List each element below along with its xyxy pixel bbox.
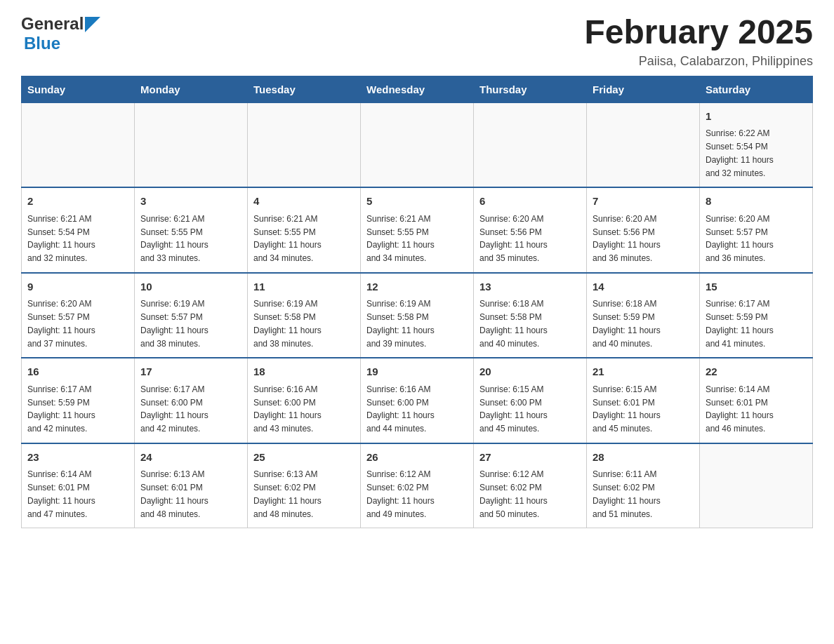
day-info: Sunrise: 6:19 AM Sunset: 5:57 PM Dayligh… (140, 299, 208, 348)
day-header-wednesday: Wednesday (361, 76, 474, 102)
day-header-saturday: Saturday (700, 76, 813, 102)
calendar-cell: 17Sunrise: 6:17 AM Sunset: 6:00 PM Dayli… (135, 358, 248, 443)
day-info: Sunrise: 6:11 AM Sunset: 6:02 PM Dayligh… (593, 469, 661, 518)
day-number: 16 (27, 364, 128, 380)
day-info: Sunrise: 6:20 AM Sunset: 5:57 PM Dayligh… (706, 214, 774, 263)
day-number: 28 (593, 450, 694, 466)
calendar-cell: 18Sunrise: 6:16 AM Sunset: 6:00 PM Dayli… (248, 358, 361, 443)
day-info: Sunrise: 6:16 AM Sunset: 6:00 PM Dayligh… (366, 384, 435, 434)
day-info: Sunrise: 6:21 AM Sunset: 5:55 PM Dayligh… (366, 214, 435, 263)
calendar-week-4: 16Sunrise: 6:17 AM Sunset: 5:59 PM Dayli… (22, 358, 813, 443)
calendar-cell: 9Sunrise: 6:20 AM Sunset: 5:57 PM Daylig… (22, 273, 135, 358)
day-info: Sunrise: 6:13 AM Sunset: 6:01 PM Dayligh… (140, 469, 208, 518)
day-info: Sunrise: 6:21 AM Sunset: 5:54 PM Dayligh… (27, 214, 95, 263)
logo-triangle-icon (85, 17, 100, 32)
calendar-cell: 3Sunrise: 6:21 AM Sunset: 5:55 PM Daylig… (135, 187, 248, 273)
calendar-week-5: 23Sunrise: 6:14 AM Sunset: 6:01 PM Dayli… (22, 443, 813, 528)
calendar-cell: 27Sunrise: 6:12 AM Sunset: 6:02 PM Dayli… (474, 443, 587, 528)
title-section: February 2025 Paiisa, Calabarzon, Philip… (584, 14, 813, 69)
day-number: 15 (706, 279, 807, 295)
month-title: February 2025 (584, 14, 813, 51)
calendar-header: SundayMondayTuesdayWednesdayThursdayFrid… (22, 76, 813, 102)
calendar-cell: 15Sunrise: 6:17 AM Sunset: 5:59 PM Dayli… (700, 273, 813, 358)
day-info: Sunrise: 6:21 AM Sunset: 5:55 PM Dayligh… (140, 214, 208, 263)
day-info: Sunrise: 6:15 AM Sunset: 6:00 PM Dayligh… (479, 384, 548, 434)
calendar-cell: 8Sunrise: 6:20 AM Sunset: 5:57 PM Daylig… (700, 187, 813, 273)
day-number: 9 (27, 279, 128, 295)
day-info: Sunrise: 6:17 AM Sunset: 6:00 PM Dayligh… (140, 384, 208, 434)
calendar-week-2: 2Sunrise: 6:21 AM Sunset: 5:54 PM Daylig… (22, 187, 813, 273)
day-number: 6 (479, 194, 581, 210)
day-number: 25 (253, 450, 355, 466)
day-number: 11 (253, 279, 355, 295)
day-number: 20 (479, 364, 581, 380)
calendar-cell: 10Sunrise: 6:19 AM Sunset: 5:57 PM Dayli… (135, 273, 248, 358)
calendar-cell: 2Sunrise: 6:21 AM Sunset: 5:54 PM Daylig… (22, 187, 135, 273)
location-label: Paiisa, Calabarzon, Philippines (584, 54, 813, 69)
day-info: Sunrise: 6:18 AM Sunset: 5:59 PM Dayligh… (593, 299, 661, 348)
day-number: 8 (706, 194, 807, 210)
calendar-cell: 12Sunrise: 6:19 AM Sunset: 5:58 PM Dayli… (361, 273, 474, 358)
day-number: 13 (479, 279, 581, 295)
day-number: 5 (366, 194, 468, 210)
day-info: Sunrise: 6:21 AM Sunset: 5:55 PM Dayligh… (253, 214, 322, 263)
day-info: Sunrise: 6:13 AM Sunset: 6:02 PM Dayligh… (253, 469, 322, 518)
day-info: Sunrise: 6:14 AM Sunset: 6:01 PM Dayligh… (706, 384, 774, 434)
calendar-cell (135, 102, 248, 187)
calendar-week-1: 1Sunrise: 6:22 AM Sunset: 5:54 PM Daylig… (22, 102, 813, 187)
day-headers-row: SundayMondayTuesdayWednesdayThursdayFrid… (22, 76, 813, 102)
calendar-cell (248, 102, 361, 187)
day-info: Sunrise: 6:20 AM Sunset: 5:57 PM Dayligh… (27, 299, 95, 348)
day-info: Sunrise: 6:18 AM Sunset: 5:58 PM Dayligh… (479, 299, 548, 348)
calendar-cell: 11Sunrise: 6:19 AM Sunset: 5:58 PM Dayli… (248, 273, 361, 358)
day-header-tuesday: Tuesday (248, 76, 361, 102)
calendar-cell: 6Sunrise: 6:20 AM Sunset: 5:56 PM Daylig… (474, 187, 587, 273)
day-number: 22 (706, 364, 807, 380)
calendar-table: SundayMondayTuesdayWednesdayThursdayFrid… (21, 76, 813, 529)
calendar-cell (474, 102, 587, 187)
calendar-cell: 5Sunrise: 6:21 AM Sunset: 5:55 PM Daylig… (361, 187, 474, 273)
day-number: 19 (366, 364, 468, 380)
day-number: 3 (140, 194, 241, 210)
calendar-cell: 4Sunrise: 6:21 AM Sunset: 5:55 PM Daylig… (248, 187, 361, 273)
day-number: 2 (27, 194, 128, 210)
calendar-body: 1Sunrise: 6:22 AM Sunset: 5:54 PM Daylig… (22, 102, 813, 528)
calendar-week-3: 9Sunrise: 6:20 AM Sunset: 5:57 PM Daylig… (22, 273, 813, 358)
day-header-thursday: Thursday (474, 76, 587, 102)
day-info: Sunrise: 6:16 AM Sunset: 6:00 PM Dayligh… (253, 384, 322, 434)
day-info: Sunrise: 6:17 AM Sunset: 5:59 PM Dayligh… (706, 299, 774, 348)
day-info: Sunrise: 6:20 AM Sunset: 5:56 PM Dayligh… (479, 214, 548, 263)
day-number: 18 (253, 364, 355, 380)
day-info: Sunrise: 6:12 AM Sunset: 6:02 PM Dayligh… (366, 469, 435, 518)
day-number: 1 (706, 109, 807, 125)
calendar-cell: 23Sunrise: 6:14 AM Sunset: 6:01 PM Dayli… (22, 443, 135, 528)
day-number: 10 (140, 279, 241, 295)
day-info: Sunrise: 6:19 AM Sunset: 5:58 PM Dayligh… (253, 299, 322, 348)
day-info: Sunrise: 6:22 AM Sunset: 5:54 PM Dayligh… (706, 128, 774, 177)
calendar-cell: 20Sunrise: 6:15 AM Sunset: 6:00 PM Dayli… (474, 358, 587, 443)
day-info: Sunrise: 6:19 AM Sunset: 5:58 PM Dayligh… (366, 299, 435, 348)
calendar-cell: 21Sunrise: 6:15 AM Sunset: 6:01 PM Dayli… (587, 358, 700, 443)
calendar-cell (22, 102, 135, 187)
day-header-monday: Monday (135, 76, 248, 102)
day-info: Sunrise: 6:20 AM Sunset: 5:56 PM Dayligh… (593, 214, 661, 263)
day-header-friday: Friday (587, 76, 700, 102)
day-number: 26 (366, 450, 468, 466)
day-info: Sunrise: 6:17 AM Sunset: 5:59 PM Dayligh… (27, 384, 95, 434)
logo-blue-text: Blue (24, 34, 60, 53)
calendar-cell: 25Sunrise: 6:13 AM Sunset: 6:02 PM Dayli… (248, 443, 361, 528)
svg-marker-0 (85, 17, 100, 32)
calendar-cell: 26Sunrise: 6:12 AM Sunset: 6:02 PM Dayli… (361, 443, 474, 528)
calendar-cell: 28Sunrise: 6:11 AM Sunset: 6:02 PM Dayli… (587, 443, 700, 528)
day-header-sunday: Sunday (22, 76, 135, 102)
day-info: Sunrise: 6:12 AM Sunset: 6:02 PM Dayligh… (479, 469, 548, 518)
calendar-cell: 16Sunrise: 6:17 AM Sunset: 5:59 PM Dayli… (22, 358, 135, 443)
day-number: 12 (366, 279, 468, 295)
calendar-cell: 1Sunrise: 6:22 AM Sunset: 5:54 PM Daylig… (700, 102, 813, 187)
day-info: Sunrise: 6:15 AM Sunset: 6:01 PM Dayligh… (593, 384, 661, 434)
calendar-cell: 7Sunrise: 6:20 AM Sunset: 5:56 PM Daylig… (587, 187, 700, 273)
day-info: Sunrise: 6:14 AM Sunset: 6:01 PM Dayligh… (27, 469, 95, 518)
calendar-cell: 13Sunrise: 6:18 AM Sunset: 5:58 PM Dayli… (474, 273, 587, 358)
calendar-cell: 14Sunrise: 6:18 AM Sunset: 5:59 PM Dayli… (587, 273, 700, 358)
day-number: 4 (253, 194, 355, 210)
